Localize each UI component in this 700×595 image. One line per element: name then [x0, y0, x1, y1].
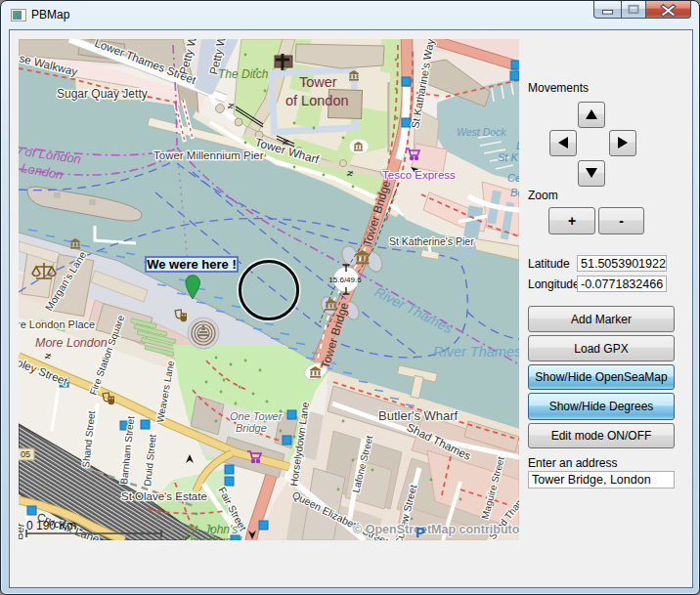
svg-text:The Ditch: The Ditch: [218, 67, 269, 81]
svg-text:Bo: Bo: [510, 187, 519, 198]
svg-text:River Thames: River Thames: [433, 344, 519, 360]
svg-text:© OpenStreetMap contributors: © OpenStreetMap contributors: [353, 523, 519, 536]
svg-text:D: D: [516, 140, 519, 151]
svg-text:Butler's Wharf: Butler's Wharf: [378, 408, 459, 423]
svg-text:Tower Millennium Pier: Tower Millennium Pier: [153, 149, 264, 161]
svg-text:We were here !: We were here !: [147, 257, 237, 272]
svg-text:05: 05: [21, 449, 30, 459]
svg-text:Tower: Tower: [299, 74, 337, 90]
svg-text:One Tower: One Tower: [230, 410, 284, 422]
svg-text:Sugar Quay Jetty: Sugar Quay Jetty: [57, 87, 148, 101]
svg-text:St Katherine's Pier: St Katherine's Pier: [389, 235, 474, 247]
svg-text:re London Place: re London Place: [19, 319, 95, 330]
svg-text:15.6/49.6: 15.6/49.6: [328, 276, 362, 284]
svg-text:West Dock: West Dock: [457, 126, 506, 138]
svg-text:Cen: Cen: [507, 172, 519, 184]
svg-text:More London: More London: [35, 336, 108, 350]
svg-text:Churchyard: Churchyard: [181, 534, 241, 540]
svg-text:St K: St K: [498, 151, 518, 163]
svg-text:St Olave's Estate: St Olave's Estate: [121, 490, 207, 502]
svg-text:Tesco Express: Tesco Express: [382, 169, 456, 181]
svg-text:0 190 Km: 0 190 Km: [26, 519, 76, 532]
svg-text:of London: of London: [285, 93, 349, 108]
svg-text:Bridge: Bridge: [236, 422, 267, 434]
svg-text:P: P: [416, 524, 425, 540]
